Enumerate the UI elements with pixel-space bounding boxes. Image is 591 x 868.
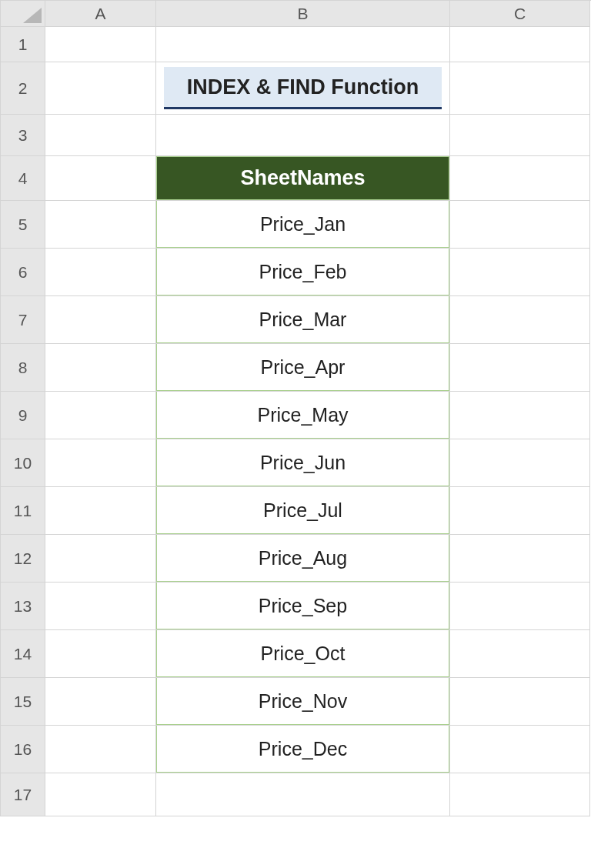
cell-C7[interactable]	[450, 296, 590, 344]
table-cell: Price_Mar	[156, 296, 449, 343]
cell-C10[interactable]	[450, 439, 590, 487]
cell-A17[interactable]	[45, 773, 156, 816]
cell-A7[interactable]	[45, 296, 156, 344]
table-cell: Price_Aug	[156, 535, 449, 582]
row-header-10[interactable]: 10	[1, 439, 45, 487]
cell-C13[interactable]	[450, 583, 590, 630]
row-header-16[interactable]: 16	[1, 726, 45, 773]
cell-C3[interactable]	[450, 115, 590, 156]
cell-B16[interactable]: Price_Dec exceldemy EXCEL · DATA · BI	[156, 726, 450, 773]
cell-A8[interactable]	[45, 344, 156, 392]
cell-C14[interactable]	[450, 630, 590, 678]
cell-A14[interactable]	[45, 630, 156, 678]
row-header-8[interactable]: 8	[1, 344, 45, 392]
cell-B4[interactable]: SheetNames	[156, 156, 450, 201]
row-header-13[interactable]: 13	[1, 583, 45, 630]
cell-B17[interactable]	[156, 773, 450, 816]
cell-A15[interactable]	[45, 678, 156, 726]
page-title: INDEX & FIND Function	[164, 67, 442, 109]
cell-A16[interactable]	[45, 726, 156, 773]
cell-B1[interactable]	[156, 27, 450, 62]
cell-B14[interactable]: Price_Oct	[156, 630, 450, 678]
cell-C9[interactable]	[450, 392, 590, 439]
cell-B10[interactable]: Price_Jun	[156, 439, 450, 487]
row-header-15[interactable]: 15	[1, 678, 45, 726]
table-header: SheetNames	[156, 156, 449, 200]
cell-A11[interactable]	[45, 487, 156, 535]
row-header-5[interactable]: 5	[1, 201, 45, 249]
cell-B9[interactable]: Price_May	[156, 392, 450, 439]
row-header-1[interactable]: 1	[1, 27, 45, 62]
cell-A3[interactable]	[45, 115, 156, 156]
cell-C1[interactable]	[450, 27, 590, 62]
row-header-3[interactable]: 3	[1, 115, 45, 156]
cell-B2[interactable]: INDEX & FIND Function	[156, 62, 450, 115]
cell-B7[interactable]: Price_Mar	[156, 296, 450, 344]
cell-C15[interactable]	[450, 678, 590, 726]
cell-C17[interactable]	[450, 773, 590, 816]
cell-C16[interactable]	[450, 726, 590, 773]
table-cell: Price_Dec	[156, 726, 449, 773]
table-cell: Price_Feb	[156, 249, 449, 295]
row-header-4[interactable]: 4	[1, 156, 45, 201]
cell-A1[interactable]	[45, 27, 156, 62]
table-cell: Price_Nov	[156, 678, 449, 725]
cell-B8[interactable]: Price_Apr	[156, 344, 450, 392]
row-header-6[interactable]: 6	[1, 249, 45, 296]
table-cell: Price_Jan	[156, 201, 449, 248]
cell-B6[interactable]: Price_Feb	[156, 249, 450, 296]
row-header-12[interactable]: 12	[1, 535, 45, 583]
cell-B15[interactable]: Price_Nov	[156, 678, 450, 726]
cell-B3[interactable]	[156, 115, 450, 156]
table-cell: Price_May	[156, 392, 449, 439]
col-header-A[interactable]: A	[45, 1, 156, 27]
cell-A4[interactable]	[45, 156, 156, 201]
cell-B5[interactable]: Price_Jan	[156, 201, 450, 249]
col-header-B[interactable]: B	[156, 1, 450, 27]
cell-A10[interactable]	[45, 439, 156, 487]
row-header-11[interactable]: 11	[1, 487, 45, 535]
cell-A6[interactable]	[45, 249, 156, 296]
cell-A2[interactable]	[45, 62, 156, 115]
table-cell: Price_Jul	[156, 487, 449, 534]
cell-C5[interactable]	[450, 201, 590, 249]
row-header-7[interactable]: 7	[1, 296, 45, 344]
table-cell: Price_Jun	[156, 439, 449, 486]
table-cell: Price_Apr	[156, 344, 449, 391]
select-all-corner[interactable]	[1, 1, 45, 27]
cell-A5[interactable]	[45, 201, 156, 249]
cell-C2[interactable]	[450, 62, 590, 115]
row-header-17[interactable]: 17	[1, 773, 45, 816]
cell-B11[interactable]: Price_Jul	[156, 487, 450, 535]
cell-B13[interactable]: Price_Sep	[156, 583, 450, 630]
table-cell: Price_Sep	[156, 583, 449, 629]
cell-C6[interactable]	[450, 249, 590, 296]
cell-C4[interactable]	[450, 156, 590, 201]
cell-A12[interactable]	[45, 535, 156, 583]
row-header-9[interactable]: 9	[1, 392, 45, 439]
col-header-C[interactable]: C	[450, 1, 590, 27]
table-cell: Price_Oct	[156, 630, 449, 677]
cell-A9[interactable]	[45, 392, 156, 439]
spreadsheet-grid: A B C 1 2 INDEX & FIND Function 3 4 Shee…	[0, 0, 591, 816]
cell-C8[interactable]	[450, 344, 590, 392]
cell-C12[interactable]	[450, 535, 590, 583]
row-header-2[interactable]: 2	[1, 62, 45, 115]
row-header-14[interactable]: 14	[1, 630, 45, 678]
cell-C11[interactable]	[450, 487, 590, 535]
cell-B12[interactable]: Price_Aug	[156, 535, 450, 583]
cell-A13[interactable]	[45, 583, 156, 630]
